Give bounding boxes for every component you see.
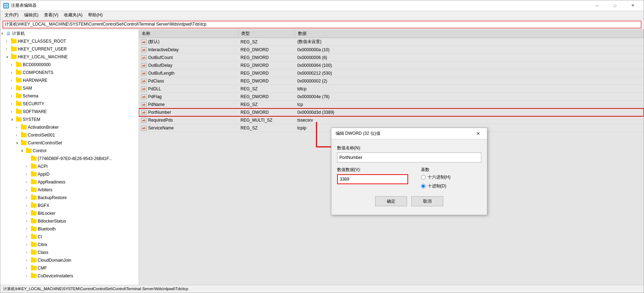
field-data-label: 数值数据(V): xyxy=(337,167,408,173)
folder-icon-acpi xyxy=(31,164,37,169)
folder-icon-cmf xyxy=(31,266,37,270)
minimize-button[interactable]: ─ xyxy=(589,0,605,11)
main-content: ∨ 🖥 计算机 › HKEY_CLASSES_ROOT › HKEY_CURRE… xyxy=(0,30,644,285)
registry-tree[interactable]: ∨ 🖥 计算机 › HKEY_CLASSES_ROOT › HKEY_CURRE… xyxy=(0,30,139,285)
folder-icon-activation-broker xyxy=(21,125,27,129)
folder-icon-control xyxy=(26,149,32,153)
edit-dword-dialog: 编辑 DWORD (32 位)值 ✕ 数值名称(N): 数值数据(V): xyxy=(331,128,487,215)
arrow-software: › xyxy=(11,110,16,113)
arrow-arbiters: › xyxy=(26,188,31,192)
dialog-close-button[interactable]: ✕ xyxy=(474,129,483,138)
tree-item-activation-broker[interactable]: › ActivationBroker xyxy=(0,123,139,131)
field-name-label: 数值名称(N): xyxy=(337,145,481,151)
dialog-title-text: 编辑 DWORD (32 位)值 xyxy=(336,130,380,137)
arrow-sam: › xyxy=(11,86,16,90)
tree-item-backuprestore[interactable]: › BackupRestore xyxy=(0,194,139,202)
arrow-control: ∨ xyxy=(21,149,26,153)
tree-item-controlset001[interactable]: › ControlSet001 xyxy=(0,131,139,139)
tree-item-appreadiness[interactable]: › AppReadiness xyxy=(0,178,139,186)
title-bar: 注册表编辑器 ─ □ ✕ xyxy=(0,0,644,11)
folder-icon-hardware xyxy=(16,78,22,82)
radix-label: 基数 xyxy=(421,167,451,173)
radio-hex[interactable] xyxy=(421,175,426,180)
tree-item-sam[interactable]: › SAM xyxy=(0,84,139,92)
maximize-button[interactable]: □ xyxy=(607,0,623,11)
tree-item-current-user[interactable]: › HKEY_CURRENT_USER xyxy=(0,45,139,53)
tree-item-software[interactable]: › SOFTWARE xyxy=(0,108,139,116)
folder-icon-sam xyxy=(16,86,22,90)
field-name-input[interactable] xyxy=(337,153,481,163)
tree-item-ci[interactable]: › CI xyxy=(0,233,139,241)
tree-bottom-space xyxy=(0,280,139,285)
tree-item-hardware[interactable]: › HARDWARE xyxy=(0,76,139,84)
statusbar-text: 计算机\HKEY_LOCAL_MACHINE\SYSTEM\CurrentCon… xyxy=(3,286,188,292)
tree-item-bgfx[interactable]: › BGFX xyxy=(0,202,139,209)
svg-rect-0 xyxy=(4,4,6,5)
arrow-activation-broker: › xyxy=(16,126,21,129)
folder-icon-software xyxy=(16,110,22,114)
arrow-hardware: › xyxy=(11,79,16,82)
arrow-classes-root: › xyxy=(6,39,11,43)
folder-icon-current-user xyxy=(11,47,17,51)
tree-item-class[interactable]: › Class xyxy=(0,249,139,256)
folder-icon-ci xyxy=(31,235,37,239)
tree-item-schema[interactable]: › Schema xyxy=(0,92,139,100)
tree-item-current-controlset[interactable]: ∨ CurrentControlSet xyxy=(0,139,139,147)
arrow-local-machine: ∨ xyxy=(6,55,11,59)
arrow-schema: › xyxy=(11,94,16,98)
menu-edit[interactable]: 编辑(E) xyxy=(21,11,41,19)
tree-item-system[interactable]: ∨ SYSTEM xyxy=(0,116,139,123)
arrow-class: › xyxy=(26,251,31,254)
tree-item-local-machine[interactable]: ∨ HKEY_LOCAL_MACHINE xyxy=(0,53,139,61)
computer-icon: 🖥 xyxy=(6,31,11,36)
folder-icon-appreadiness xyxy=(31,180,37,184)
dialog-ok-button[interactable]: 确定 xyxy=(375,196,407,206)
folder-icon-appid xyxy=(31,172,37,176)
tree-item-appid[interactable]: › AppID xyxy=(0,170,139,178)
tree-item-components[interactable]: › COMPONENTS xyxy=(0,69,139,76)
dialog-title-bar: 编辑 DWORD (32 位)值 ✕ xyxy=(331,128,487,139)
tree-item-security[interactable]: › SECURITY xyxy=(0,100,139,108)
menu-bar: 文件(F) 编辑(E) 查看(V) 收藏夹(A) 帮助(H) xyxy=(0,11,644,20)
folder-icon-security xyxy=(16,102,22,106)
tree-item-guid[interactable]: {7746D80F-97E0-4E26-9543-26B41F... xyxy=(0,155,139,163)
radio-dec[interactable] xyxy=(421,184,426,188)
close-button[interactable]: ✕ xyxy=(624,0,641,11)
arrow-computer: ∨ xyxy=(1,32,6,35)
menu-help[interactable]: 帮助(H) xyxy=(85,11,105,19)
folder-icon-local-machine xyxy=(11,55,17,59)
arrow-appreadiness: › xyxy=(26,180,31,184)
dialog-cancel-button[interactable]: 取消 xyxy=(411,196,443,206)
menu-favorites[interactable]: 收藏夹(A) xyxy=(61,11,85,19)
menu-view[interactable]: 查看(V) xyxy=(41,11,61,19)
arrow-current-controlset: ∨ xyxy=(16,141,21,145)
tree-item-codeviceinstallers[interactable]: › CoDeviceInstallers xyxy=(0,272,139,280)
tree-item-computer[interactable]: ∨ 🖥 计算机 xyxy=(0,30,139,37)
registry-values-panel: 名称 类型 数据 ab (默认) REG_SZ (数值未设置) ab Inter… xyxy=(139,30,644,285)
tree-item-bitlocker[interactable]: › BitLocker xyxy=(0,209,139,217)
field-data-input[interactable] xyxy=(337,174,408,184)
app-icon xyxy=(3,3,9,9)
radio-hex-label[interactable]: 十六进制(H) xyxy=(421,174,451,180)
arrow-system: ∨ xyxy=(11,118,16,121)
tree-item-bluetooth[interactable]: › Bluetooth xyxy=(0,225,139,233)
menu-file[interactable]: 文件(F) xyxy=(2,11,21,19)
arrow-backuprestore: › xyxy=(26,196,31,199)
address-bar xyxy=(0,20,644,30)
radio-dec-label[interactable]: 十进制(D) xyxy=(421,183,451,189)
folder-icon-backuprestore xyxy=(31,196,37,200)
folder-icon-bcd xyxy=(16,63,22,67)
tree-item-citrix[interactable]: › Citrix xyxy=(0,241,139,249)
tree-item-bitlocker-status[interactable]: › BitlockerStatus xyxy=(0,217,139,225)
address-input[interactable] xyxy=(2,21,642,28)
arrow-controlset001: › xyxy=(16,133,21,137)
tree-item-acpi[interactable]: › ACPI xyxy=(0,163,139,170)
tree-item-cmf[interactable]: › CMF xyxy=(0,264,139,272)
tree-item-classes-root[interactable]: › HKEY_CLASSES_ROOT xyxy=(0,37,139,45)
tree-item-clouddomainjoin[interactable]: › CloudDomainJoin xyxy=(0,256,139,264)
dialog-overlay: 编辑 DWORD (32 位)值 ✕ 数值名称(N): 数值数据(V): xyxy=(139,30,644,285)
tree-item-bcd[interactable]: › BCD00000000 xyxy=(0,61,139,69)
folder-icon-components xyxy=(16,70,22,75)
tree-item-arbiters[interactable]: › Arbiters xyxy=(0,186,139,194)
tree-item-control[interactable]: ∨ Control xyxy=(0,147,139,155)
